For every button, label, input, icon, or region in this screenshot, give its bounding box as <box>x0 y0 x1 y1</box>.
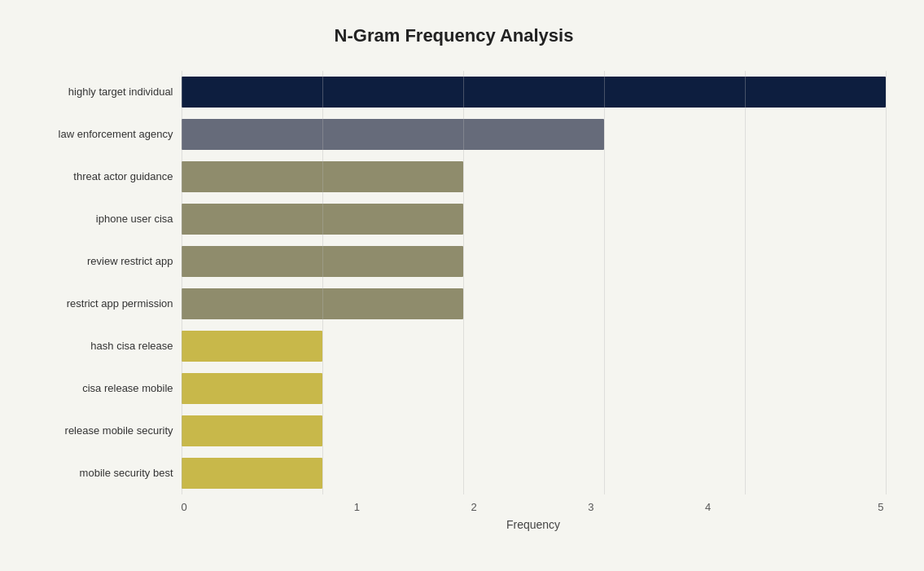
bar <box>182 77 886 108</box>
x-tick: 0 <box>182 501 299 513</box>
x-tick: 1 <box>298 501 415 513</box>
bar-label: hash cisa release <box>23 340 182 352</box>
bar-label: review restrict app <box>23 255 182 267</box>
bar-row: law enforcement agency <box>23 113 886 156</box>
bar-row: threat actor guidance <box>23 156 886 198</box>
bar-label: release mobile security <box>23 424 182 437</box>
bar-label: cisa release mobile <box>23 382 182 394</box>
bar-row: highly target individual <box>23 71 886 113</box>
chart-title: N-Gram Frequency Analysis <box>23 25 886 46</box>
bar-row: cisa release mobile <box>23 367 886 410</box>
bar-track <box>182 240 886 283</box>
bar-row: restrict app permission <box>23 283 886 325</box>
bar-label: mobile security best <box>23 467 182 479</box>
bar-track <box>182 283 886 325</box>
bar <box>182 161 463 192</box>
grid-line <box>886 71 887 494</box>
bar-row: release mobile security <box>23 410 886 452</box>
bar-track <box>182 410 886 452</box>
chart-container: N-Gram Frequency Analysis highly target … <box>15 9 910 563</box>
bar-track <box>182 325 886 367</box>
x-tick: 5 <box>767 501 884 513</box>
bar-label: restrict app permission <box>23 297 182 310</box>
bar <box>182 204 463 235</box>
bar-track <box>182 156 886 198</box>
bar-track <box>182 367 886 410</box>
bar-row: review restrict app <box>23 240 886 283</box>
bar <box>182 246 463 277</box>
bar-row: hash cisa release <box>23 325 886 367</box>
bar <box>182 415 322 446</box>
bar-track <box>182 71 886 113</box>
bar-track <box>182 198 886 240</box>
x-axis-ticks: 012345 <box>182 501 886 513</box>
bar-label: highly target individual <box>23 86 182 98</box>
bar-track <box>182 113 886 156</box>
x-tick: 3 <box>532 501 650 513</box>
x-tick: 4 <box>650 501 767 513</box>
bar-label: law enforcement agency <box>23 128 182 140</box>
bar <box>182 331 322 362</box>
bar-track <box>182 452 886 494</box>
bar <box>182 288 463 319</box>
x-axis-label: Frequency <box>182 518 886 531</box>
bar <box>182 458 322 489</box>
bar-label: iphone user cisa <box>23 213 182 225</box>
bar-row: iphone user cisa <box>23 198 886 240</box>
chart-area: highly target individuallaw enforcement … <box>23 71 886 494</box>
bar <box>182 373 322 404</box>
bar <box>182 119 604 150</box>
bar-label: threat actor guidance <box>23 170 182 182</box>
x-tick: 2 <box>415 501 532 513</box>
bar-row: mobile security best <box>23 452 886 494</box>
